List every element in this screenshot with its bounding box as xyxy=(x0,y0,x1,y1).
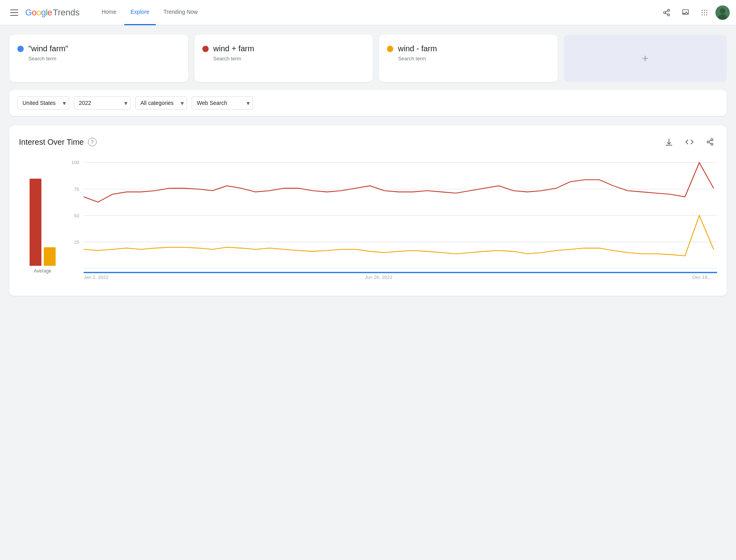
chart-actions xyxy=(662,135,717,149)
add-search-card-button[interactable]: + xyxy=(564,35,727,82)
card-dot-1 xyxy=(17,46,24,52)
card-title-1: "wind farm" xyxy=(28,44,68,53)
avg-bar-red xyxy=(30,179,41,266)
svg-point-13 xyxy=(704,14,705,15)
svg-text:Jun 26, 2022: Jun 26, 2022 xyxy=(365,274,392,280)
svg-point-20 xyxy=(707,141,709,143)
svg-point-1 xyxy=(664,11,666,13)
search-card-3: wind - farm Search term xyxy=(379,35,558,82)
svg-point-10 xyxy=(704,12,705,13)
svg-line-22 xyxy=(709,142,711,144)
svg-text:50: 50 xyxy=(74,213,80,218)
logo: Google Trends xyxy=(25,7,80,18)
svg-text:Jan 2, 2022: Jan 2, 2022 xyxy=(84,274,108,280)
svg-line-3 xyxy=(665,13,668,14)
svg-point-2 xyxy=(668,14,670,16)
chart-title: Interest Over Time xyxy=(19,138,84,147)
main-content: "wind farm" Search term wind + farm Sear… xyxy=(0,25,736,296)
download-button[interactable] xyxy=(662,135,676,149)
svg-text:75: 75 xyxy=(74,187,80,192)
svg-text:25: 25 xyxy=(74,239,80,245)
svg-point-11 xyxy=(706,12,708,13)
filters-bar: United States Worldwide ▾ 2022 2021 2020… xyxy=(9,90,727,116)
category-filter-wrapper: All categories Business Science Health ▾ xyxy=(135,96,187,110)
time-filter-wrapper: 2022 2021 2020 Past 12 months Past 5 yea… xyxy=(74,96,131,110)
search-type-filter-wrapper: Web Search Image Search News Search Goog… xyxy=(192,96,253,110)
interest-over-time-section: Interest Over Time ? xyxy=(9,125,727,296)
card-subtitle-1: Search term xyxy=(28,56,180,62)
apps-icon[interactable] xyxy=(697,5,712,21)
search-card-2: wind + farm Search term xyxy=(194,35,373,82)
yellow-series-line xyxy=(84,216,714,256)
nav-explore[interactable]: Explore xyxy=(124,0,155,25)
svg-point-19 xyxy=(711,139,713,141)
card-subtitle-2: Search term xyxy=(213,56,365,62)
location-filter[interactable]: United States Worldwide xyxy=(17,96,69,110)
card-title-3: wind - farm xyxy=(398,44,437,53)
svg-line-23 xyxy=(709,140,711,141)
chart-header: Interest Over Time ? xyxy=(19,135,717,149)
average-bars xyxy=(30,163,56,266)
line-chart-area: 100 75 50 25 Jan 2, 2022 Jun 26, 2022 De… xyxy=(66,159,717,286)
nav-home[interactable]: Home xyxy=(95,0,123,25)
hamburger-menu[interactable] xyxy=(6,5,22,21)
user-avatar[interactable] xyxy=(715,6,730,20)
svg-point-14 xyxy=(706,14,708,15)
location-filter-wrapper: United States Worldwide ▾ xyxy=(17,96,69,110)
average-label: Average xyxy=(34,268,51,274)
svg-point-7 xyxy=(704,9,705,11)
embed-button[interactable] xyxy=(682,135,697,149)
share-chart-button[interactable] xyxy=(703,135,717,149)
nav-actions xyxy=(659,5,730,21)
line-chart-svg: 100 75 50 25 Jan 2, 2022 Jun 26, 2022 De… xyxy=(66,159,717,285)
search-card-1: "wind farm" Search term xyxy=(9,35,188,82)
share-icon[interactable] xyxy=(659,5,674,21)
navigation: Google Trends Home Explore Trending Now xyxy=(0,0,736,25)
search-cards-container: "wind farm" Search term wind + farm Sear… xyxy=(9,35,727,82)
svg-point-12 xyxy=(702,14,703,15)
svg-text:Dec 18,...: Dec 18,... xyxy=(692,274,713,280)
svg-point-16 xyxy=(720,8,725,14)
svg-point-8 xyxy=(706,9,708,11)
svg-point-9 xyxy=(702,12,703,13)
card-dot-3 xyxy=(387,46,393,52)
svg-text:100: 100 xyxy=(71,160,80,165)
nav-trending-now[interactable]: Trending Now xyxy=(157,0,204,25)
avg-bar-yellow xyxy=(44,247,56,266)
chart-body: Average 100 75 50 25 xyxy=(19,159,717,286)
feedback-icon[interactable] xyxy=(678,5,693,21)
add-icon: + xyxy=(642,52,648,65)
card-title-2: wind + farm xyxy=(213,44,254,53)
time-filter[interactable]: 2022 2021 2020 Past 12 months Past 5 yea… xyxy=(74,96,131,110)
help-icon[interactable]: ? xyxy=(88,138,97,146)
category-filter[interactable]: All categories Business Science Health xyxy=(135,96,187,110)
svg-point-21 xyxy=(711,143,713,145)
svg-point-6 xyxy=(702,9,703,11)
svg-line-4 xyxy=(665,11,668,12)
nav-links: Home Explore Trending Now xyxy=(95,0,659,25)
search-type-filter[interactable]: Web Search Image Search News Search Goog… xyxy=(192,96,253,110)
red-series-line xyxy=(84,162,714,202)
card-dot-2 xyxy=(202,46,209,52)
logo-trends-text: Trends xyxy=(53,7,80,18)
svg-point-0 xyxy=(668,9,670,11)
average-bars-section: Average xyxy=(19,163,66,286)
card-subtitle-3: Search term xyxy=(398,56,550,62)
